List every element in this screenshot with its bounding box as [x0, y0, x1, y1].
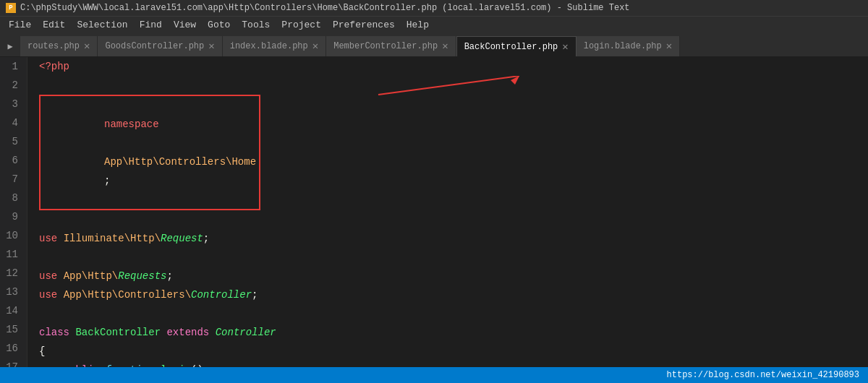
tab-routes-php[interactable]: routes.php ✕	[20, 36, 98, 56]
tab-login-blade[interactable]: login.blade.php ✕	[576, 36, 680, 56]
tab-close-member[interactable]: ✕	[442, 41, 448, 51]
tab-back-controller[interactable]: BackController.php ✕	[456, 36, 576, 56]
tab-label: BackController.php	[464, 42, 558, 52]
code-line-9	[39, 304, 856, 323]
tab-label: routes.php	[27, 41, 80, 51]
namespace-annotation-box: namespace App\Http\Controllers\Home ;	[39, 95, 260, 210]
tab-scroll-left[interactable]: ▶	[0, 36, 20, 56]
tab-label: GoodsController.php	[105, 41, 204, 51]
line-num-14: 14	[6, 301, 18, 320]
menu-edit[interactable]: Edit	[37, 17, 71, 33]
code-line-12: public function login ()	[39, 361, 856, 367]
line-num-6: 6	[6, 151, 18, 170]
menu-bar: File Edit Selection Find View Goto Tools…	[0, 16, 868, 33]
tab-close-routes[interactable]: ✕	[84, 41, 90, 51]
menu-selection[interactable]: Selection	[71, 17, 133, 33]
app-icon: P	[6, 3, 16, 13]
url-label: https://blog.csdn.net/weixin_42190893	[667, 370, 859, 380]
tab-close-goods[interactable]: ✕	[208, 41, 214, 51]
tab-bar: ▶ routes.php ✕ GoodsController.php ✕ ind…	[0, 33, 868, 57]
menu-tools[interactable]: Tools	[236, 17, 276, 33]
code-line-11: {	[39, 342, 856, 361]
title-bar: P C:\phpStudy\WWW\local.laravel51.com\ap…	[0, 0, 868, 16]
tab-close-back[interactable]: ✕	[562, 42, 568, 52]
menu-find[interactable]: Find	[134, 17, 168, 33]
code-area: 1 2 3 4 5 6 7 8 9 10 11 12 13 14 15 16 1…	[0, 57, 868, 367]
code-line-1: <?php	[39, 57, 856, 76]
code-line-6	[39, 248, 856, 267]
line-num-8: 8	[6, 189, 18, 207]
line-num-12: 12	[6, 264, 18, 283]
tab-index-blade[interactable]: index.blade.php ✕	[223, 36, 326, 56]
code-editor[interactable]: <?php namespace App\Http\Controllers\Hom…	[27, 57, 868, 367]
tab-close-login[interactable]: ✕	[666, 41, 672, 51]
tab-label: MemberController.php	[333, 41, 438, 51]
tab-goods-controller[interactable]: GoodsController.php ✕	[98, 36, 222, 56]
window-title: C:\phpStudy\WWW\local.laravel51.com\app\…	[20, 3, 630, 13]
code-line-8: use App\Http\Controllers\Controller;	[39, 285, 856, 304]
line-num-16: 16	[6, 339, 18, 358]
code-line-2	[39, 76, 856, 95]
menu-project[interactable]: Project	[276, 17, 327, 33]
menu-goto[interactable]: Goto	[202, 17, 236, 33]
line-num-3: 3	[6, 95, 18, 113]
code-line-10: class BackController extends Controller	[39, 323, 856, 342]
tab-member-controller[interactable]: MemberController.php ✕	[326, 36, 456, 56]
tab-label: login.blade.php	[584, 41, 662, 51]
line-num-2: 2	[6, 76, 18, 95]
code-line-7: use App\Http\Requests;	[39, 267, 856, 285]
line-numbers: 1 2 3 4 5 6 7 8 9 10 11 12 13 14 15 16 1…	[0, 57, 27, 367]
status-bar: https://blog.csdn.net/weixin_42190893	[0, 367, 868, 383]
line-num-4: 4	[6, 113, 18, 132]
code-wrapper: <?php namespace App\Http\Controllers\Hom…	[27, 57, 868, 367]
tab-label: index.blade.php	[230, 41, 308, 51]
line-num-7: 7	[6, 170, 18, 189]
line-num-11: 11	[6, 245, 18, 264]
line-num-17: 17	[6, 358, 18, 367]
menu-preferences[interactable]: Preferences	[327, 17, 401, 33]
line-num-13: 13	[6, 283, 18, 301]
line-num-5: 5	[6, 132, 18, 151]
line-num-1: 1	[6, 57, 18, 76]
line-num-15: 15	[6, 320, 18, 339]
tab-close-index[interactable]: ✕	[312, 41, 318, 51]
menu-view[interactable]: View	[168, 17, 202, 33]
menu-help[interactable]: Help	[401, 17, 435, 33]
code-line-4	[39, 210, 856, 229]
line-num-9: 9	[6, 207, 18, 226]
code-line-3: namespace App\Http\Controllers\Home ;	[39, 95, 856, 210]
menu-file[interactable]: File	[3, 17, 37, 33]
line-num-10: 10	[6, 226, 18, 245]
code-line-5: use Illuminate\Http\Request;	[39, 229, 856, 248]
